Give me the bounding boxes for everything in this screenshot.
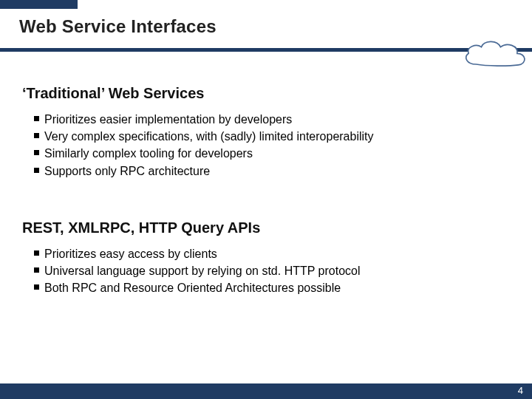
list-item: Prioritizes easy access by clients: [34, 245, 510, 262]
bullet-list: Prioritizes easier implementation by dev…: [22, 111, 510, 180]
list-item: Universal language support by relying on…: [34, 262, 510, 279]
list-item: Both RPC and Resource Oriented Architect…: [34, 279, 510, 296]
page-title: Web Service Interfaces: [19, 16, 513, 37]
footer-bar: 4: [0, 383, 532, 399]
section-rest: REST, XMLRPC, HTTP Query APIs Prioritize…: [22, 219, 510, 297]
section-heading: REST, XMLRPC, HTTP Query APIs: [22, 219, 510, 236]
cloud-icon: [453, 35, 532, 74]
title-underline: [0, 48, 532, 52]
list-item: Similarly complex tooling for developers: [34, 145, 510, 162]
top-accent-bar: [0, 0, 78, 9]
section-heading: ‘Traditional’ Web Services: [22, 85, 510, 102]
page-number: 4: [518, 385, 523, 396]
title-container: Web Service Interfaces: [19, 16, 513, 37]
content-area: ‘Traditional’ Web Services Prioritizes e…: [22, 85, 510, 296]
section-traditional: ‘Traditional’ Web Services Prioritizes e…: [22, 85, 510, 180]
list-item: Prioritizes easier implementation by dev…: [34, 111, 510, 128]
list-item: Very complex specifications, with (sadly…: [34, 128, 510, 145]
bullet-list: Prioritizes easy access by clients Unive…: [22, 245, 510, 297]
slide: Web Service Interfaces ‘Traditional’ Web…: [0, 0, 532, 399]
list-item: Supports only RPC architecture: [34, 163, 510, 180]
